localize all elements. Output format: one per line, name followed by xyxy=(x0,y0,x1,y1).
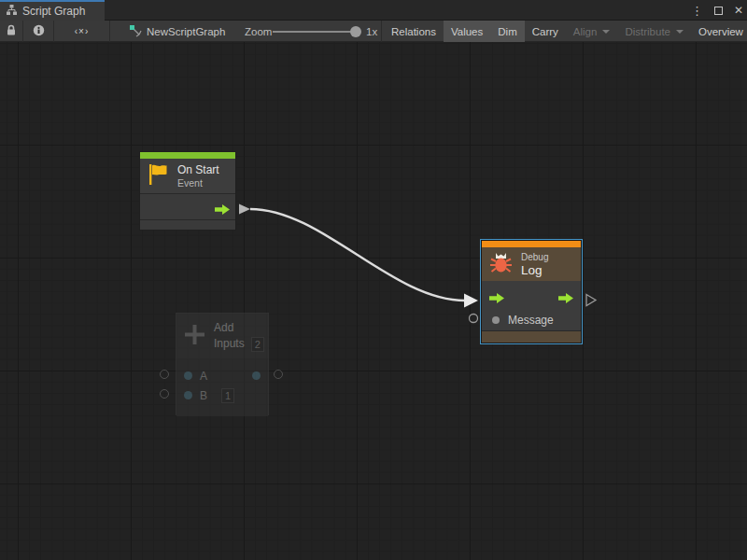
node-footer xyxy=(482,331,581,343)
window-menu-icon[interactable]: ⋮ xyxy=(691,5,703,17)
node-category: Debug xyxy=(521,251,548,263)
flag-icon xyxy=(146,162,170,190)
info-icon xyxy=(33,24,45,38)
tab-script-graph[interactable]: Script Graph xyxy=(0,0,105,21)
toolbar-button-dim[interactable]: Dim xyxy=(490,21,524,42)
wire-onstart-to-log[interactable] xyxy=(239,204,478,308)
trigger-input-port-icon[interactable] xyxy=(489,290,504,307)
info-button[interactable] xyxy=(23,21,53,42)
graph-asset-picker[interactable]: NewScriptGraph xyxy=(129,21,225,42)
script-graph-icon xyxy=(6,3,18,20)
trigger-output-port-icon[interactable] xyxy=(215,202,230,218)
port-label: A xyxy=(200,370,207,383)
log-output-external-port-icon[interactable] xyxy=(586,295,596,306)
port-row-a: A xyxy=(176,366,268,385)
node-debug-log[interactable]: Debug Log Message xyxy=(480,239,583,344)
trigger-output-port-icon[interactable] xyxy=(558,290,573,307)
close-icon[interactable]: ✕ xyxy=(734,5,743,16)
message-input-port-icon[interactable] xyxy=(492,316,500,324)
external-port-icon[interactable] xyxy=(274,370,283,379)
graph-asset-name: NewScriptGraph xyxy=(147,26,225,37)
external-port-icon[interactable] xyxy=(160,389,169,399)
debug-accent-strip xyxy=(482,241,581,247)
external-port-icon[interactable] xyxy=(160,370,169,379)
port-b-value-field[interactable]: 1 xyxy=(221,388,234,403)
node-title: Log xyxy=(521,263,548,278)
zoom-slider-handle[interactable] xyxy=(350,26,361,37)
zoom-slider-track[interactable] xyxy=(273,31,353,33)
plus-icon xyxy=(184,324,205,349)
toolbar-button-relations[interactable]: Relations xyxy=(384,21,444,42)
chevron-down-icon xyxy=(602,30,610,34)
tab-title: Script Graph xyxy=(22,5,85,18)
distribute-label: Distribute xyxy=(625,26,670,37)
message-external-port-icon[interactable] xyxy=(470,315,478,323)
wire-arrowhead-icon xyxy=(464,294,478,308)
node-footer xyxy=(140,220,235,230)
node-title: On Start xyxy=(177,163,219,177)
wire-path xyxy=(250,209,465,301)
toolbar-button-carry[interactable]: Carry xyxy=(525,21,566,42)
node-on-start[interactable]: On Start Event xyxy=(139,151,236,231)
toolbar-button-overview[interactable]: Overview xyxy=(691,21,747,42)
node-subtitle: Event xyxy=(177,177,219,189)
toolbar-button-align[interactable]: Align xyxy=(566,21,618,42)
bug-icon xyxy=(488,250,514,279)
graph-asset-icon xyxy=(129,24,142,39)
graph-toolbar: ‹×› NewScriptGraph Zoom 1x Relations Val… xyxy=(0,21,747,42)
graph-canvas[interactable]: On Start Event xyxy=(0,42,747,560)
window-tab-strip: Script Graph ⋮ ✕ xyxy=(0,0,747,21)
value-input-port-icon[interactable] xyxy=(184,371,192,380)
maximize-icon[interactable] xyxy=(714,7,723,15)
node-add[interactable]: Add Inputs 2 A B 1 xyxy=(176,313,269,415)
inputs-count-field[interactable]: 2 xyxy=(251,337,264,352)
chevron-down-icon xyxy=(676,30,684,34)
toolbar-button-values[interactable]: Values xyxy=(444,21,490,42)
lock-icon xyxy=(6,24,17,38)
value-input-port-icon[interactable] xyxy=(184,391,192,399)
port-label: B xyxy=(200,389,207,402)
connection-overlay xyxy=(0,42,747,560)
node-title: Add xyxy=(214,321,264,335)
zoom-label: Zoom xyxy=(245,21,272,42)
port-label: Message xyxy=(508,314,554,327)
value-output-port-icon[interactable] xyxy=(252,371,261,380)
zoom-value: 1x xyxy=(366,21,377,42)
code-preview-button[interactable]: ‹×› xyxy=(54,21,109,42)
align-label: Align xyxy=(573,26,598,37)
port-row-b: B 1 xyxy=(176,385,268,405)
inputs-label: Inputs xyxy=(214,337,245,351)
toolbar-button-distribute[interactable]: Distribute xyxy=(617,21,691,42)
wire-start-cap xyxy=(239,204,250,215)
lock-button[interactable] xyxy=(0,21,22,42)
event-accent-strip xyxy=(140,152,235,159)
